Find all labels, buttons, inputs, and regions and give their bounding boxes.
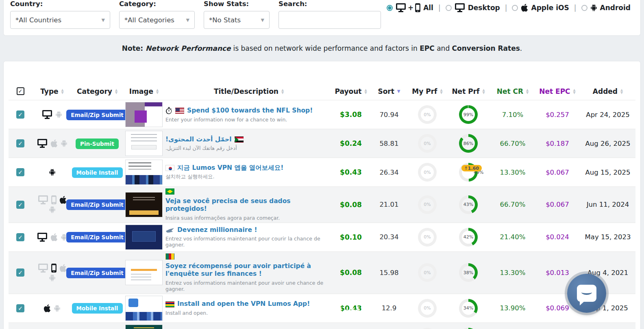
device-filter-all[interactable]: +All <box>387 3 433 12</box>
offer-title-cell: Install and open the VPN Lumos App!Insta… <box>165 300 332 316</box>
show-stats-label: Show Stats: <box>204 0 270 8</box>
row-checkbox[interactable]: ✓ <box>16 201 24 209</box>
offer-description: Entrez vos informations maintenant pour … <box>165 280 329 292</box>
column-header-sort[interactable]: Sort▼ <box>378 87 400 95</box>
sort-value: 20.34 <box>379 233 398 241</box>
table-row: ✓Mobile Install지금 Lumos VPN 앱을 열어보세요!설치하… <box>9 158 635 187</box>
radio-icon[interactable] <box>581 5 587 11</box>
category-select-value: *All Categories <box>124 16 174 24</box>
offer-title-cell: Spend $100 towards the NFL Shop!Enter yo… <box>165 107 332 123</box>
category-badge[interactable]: Email/Zip Submit <box>66 110 128 120</box>
select-all-checkbox[interactable]: ✓ <box>17 87 24 95</box>
offer-title-cell: Devenez millionnaire !Entrez vos informa… <box>165 226 332 248</box>
search-filter-group: Search: <box>278 0 381 29</box>
my-prf-ring: 0% <box>418 195 437 214</box>
row-checkbox[interactable]: ✓ <box>16 268 24 277</box>
category-badge[interactable]: Mobile Install <box>72 167 123 178</box>
offer-thumbnail <box>125 225 163 250</box>
column-header-image[interactable]: Image▲▼ <box>129 87 159 95</box>
phone-icon <box>51 195 57 204</box>
table-row: ✓Email/Zip SubmitVeja se você precisa de… <box>9 187 635 223</box>
chat-widget-button[interactable] <box>567 274 606 313</box>
plane-icon <box>165 228 174 233</box>
offer-title-cell: احمّل أحدث المحتوى!أدخل رقم هاتفك الآن ل… <box>165 136 332 151</box>
device-type-icons <box>37 139 67 148</box>
my-prf-ring: 0% <box>418 134 437 153</box>
chevron-down-icon: ▼ <box>261 17 264 23</box>
category-badge[interactable]: Mobile Install <box>72 303 123 314</box>
offer-title-link[interactable]: Veja se você precisa de seus dados prote… <box>165 197 329 213</box>
device-type-icons <box>49 168 56 176</box>
stopwatch-icon <box>165 107 172 115</box>
flag-mu <box>165 301 174 307</box>
my-prf-ring: 0% <box>418 263 437 282</box>
flag-cm <box>165 253 174 260</box>
device-type-icons <box>38 264 67 282</box>
device-type-icons <box>37 233 67 242</box>
offer-title-link[interactable]: Install and open the VPN Lumos App! <box>177 300 310 308</box>
offer-description: 설치하고 실행하세요. <box>165 173 329 180</box>
desktop-icon <box>37 139 48 148</box>
category-badge[interactable]: Email/Zip Submit <box>66 199 128 210</box>
offer-title-link[interactable]: Devenez millionnaire ! <box>177 226 257 234</box>
category-badge[interactable]: Email/Zip Submit <box>66 232 128 242</box>
country-select[interactable]: *All Countries ▼ <box>10 11 110 29</box>
device-filter-desktop[interactable]: Desktop <box>446 3 500 12</box>
offer-thumbnail <box>125 325 163 329</box>
flag-us <box>175 108 184 114</box>
column-header-added[interactable]: Added▲▼ <box>593 87 623 95</box>
row-checkbox[interactable]: ✓ <box>16 304 24 312</box>
category-badge[interactable]: Email/Zip Submit <box>66 268 128 278</box>
show-stats-select[interactable]: *No Stats ▼ <box>204 11 270 29</box>
column-header-category[interactable]: Category▲▼ <box>77 87 117 95</box>
net-prf-ring: 99% <box>459 105 478 124</box>
offer-title-link[interactable]: احمّل أحدث المحتوى! <box>165 136 232 143</box>
offer-title-link[interactable]: Spend $100 towards the NFL Shop! <box>187 107 313 115</box>
apple-icon <box>50 233 58 242</box>
search-input[interactable] <box>278 11 381 29</box>
desktop-icon <box>38 195 48 204</box>
offer-title-link[interactable]: Soyez récompensé pour avoir participé à … <box>165 262 329 278</box>
category-badge[interactable]: Pin-Submit <box>76 139 119 149</box>
payout-value: $0.10 <box>340 233 362 241</box>
my-prf-ring: 0% <box>418 228 437 247</box>
payout-value: $0.43 <box>340 168 362 176</box>
column-header-type[interactable]: Type▲▼ <box>40 87 64 95</box>
flag-kr <box>165 165 174 171</box>
row-checkbox[interactable]: ✓ <box>16 110 24 119</box>
table-row: ✓Mobile InstallInstall and open the VPN … <box>9 294 635 323</box>
android-icon <box>61 139 67 147</box>
payout-value: $0.43 <box>340 304 362 312</box>
country-select-value: *All Countries <box>15 16 61 24</box>
offer-thumbnail <box>125 131 163 156</box>
category-select[interactable]: *All Categories ▼ <box>119 11 195 29</box>
offer-title-link[interactable]: 지금 Lumos VPN 앱을 열어보세요! <box>177 164 283 172</box>
row-checkbox[interactable]: ✓ <box>16 168 24 176</box>
row-checkbox[interactable]: ✓ <box>16 139 24 147</box>
column-header-payout[interactable]: Payout▲▼ <box>335 87 367 95</box>
row-checkbox[interactable]: ✓ <box>16 233 24 241</box>
column-header-title-description[interactable]: Title/Description▲▼ <box>214 87 284 95</box>
column-header-my-prf[interactable]: My Prf▲▼ <box>412 87 442 95</box>
radio-icon[interactable] <box>446 5 452 11</box>
table-row: ✓Email/Zip SubmitSoyez récompensé pour a… <box>9 252 635 294</box>
net-prf-ring: 43% <box>459 195 478 214</box>
radio-icon[interactable] <box>387 5 393 11</box>
payout-value: $0.08 <box>340 201 362 209</box>
column-header-net-prf[interactable]: Net Prf▲▼ <box>452 87 485 95</box>
apple-icon <box>59 195 67 204</box>
device-filter-android[interactable]: Android <box>581 4 631 12</box>
device-filter-apple-ios[interactable]: Apple iOS <box>512 3 569 12</box>
desktop-icon <box>37 233 48 242</box>
net-epc-value: $0.069 <box>546 304 569 312</box>
offer-description: Enter your information now for a chance … <box>165 117 329 123</box>
chat-bubble-icon <box>577 285 596 302</box>
net-prf-ring: 42% <box>459 228 478 247</box>
offer-thumbnail <box>125 296 163 321</box>
added-date: Jun 11, 2024 <box>587 201 629 208</box>
country-filter-group: Country: *All Countries ▼ <box>10 0 110 29</box>
column-header-net-cr[interactable]: Net CR▲▼ <box>497 87 529 95</box>
column-header-net-epc[interactable]: Net EPC▲▼ <box>539 87 576 95</box>
radio-icon[interactable] <box>512 5 518 11</box>
sort-value: 70.94 <box>379 111 398 119</box>
